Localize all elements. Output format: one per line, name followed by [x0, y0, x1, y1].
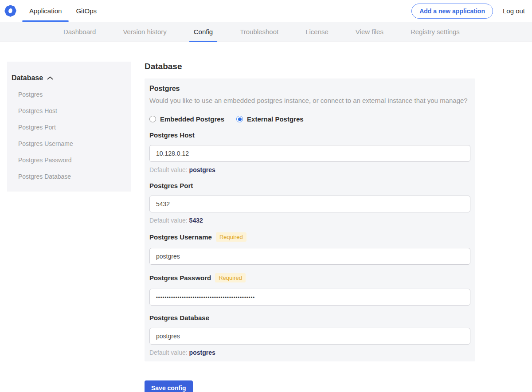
default-value-prefix: Default value:	[149, 166, 188, 173]
top-nav-tabs: Application GitOps	[22, 0, 104, 22]
default-value-line: Default value:postgres	[149, 166, 470, 173]
postgres-database-input[interactable]	[149, 328, 470, 345]
radio-external-postgres[interactable]: External Postgres	[236, 115, 304, 123]
field-label-text: Postgres Host	[149, 131, 195, 139]
tab-application[interactable]: Application	[22, 0, 69, 22]
radio-external-postgres-label: External Postgres	[247, 115, 304, 123]
config-main: Database Postgres Would you like to use …	[145, 62, 475, 392]
tab-gitops[interactable]: GitOps	[69, 0, 104, 22]
add-application-button[interactable]: Add a new application	[411, 4, 493, 19]
field-label: Postgres Password Required	[149, 273, 470, 282]
field-postgres-database: Postgres Database Default value:postgres	[149, 314, 470, 356]
admin-console-page: Application GitOps Add a new application…	[0, 0, 532, 392]
field-postgres-port: Postgres Port Default value:5432	[149, 182, 470, 224]
postgres-username-input[interactable]	[149, 248, 470, 265]
radio-unchecked-icon	[149, 116, 156, 122]
default-value-text: postgres	[189, 166, 215, 173]
sidebar-item-postgres-database[interactable]: Postgres Database	[12, 173, 124, 180]
subnav-tab-troubleshoot[interactable]: Troubleshoot	[235, 22, 283, 42]
default-value-text: 5432	[189, 217, 203, 224]
field-postgres-password: Postgres Password Required	[149, 273, 470, 306]
logout-link[interactable]: Log out	[503, 7, 525, 15]
radio-embedded-postgres-label: Embedded Postgres	[160, 115, 224, 123]
postgres-password-input[interactable]	[149, 289, 470, 306]
app-logo-icon	[4, 5, 16, 17]
field-label-text: Postgres Database	[149, 314, 209, 321]
postgres-mode-radio-group: Embedded Postgres External Postgres	[149, 115, 470, 123]
sidebar-group-database[interactable]: Database	[12, 74, 124, 82]
top-nav-right: Add a new application Log out	[411, 4, 532, 19]
subnav-tab-registry-settings[interactable]: Registry settings	[406, 22, 464, 42]
save-config-button[interactable]: Save config	[145, 380, 193, 392]
subnav-tab-version-history[interactable]: Version history	[118, 22, 171, 42]
default-value-prefix: Default value:	[149, 217, 188, 224]
postgres-port-input[interactable]	[149, 196, 470, 212]
default-value-text: postgres	[189, 349, 215, 356]
sidebar-item-postgres-username[interactable]: Postgres Username	[12, 140, 124, 147]
sidebar-group-label: Database	[12, 74, 43, 82]
field-label: Postgres Username Required	[149, 232, 470, 242]
sidebar-item-postgres-port[interactable]: Postgres Port	[12, 124, 124, 131]
top-nav: Application GitOps Add a new application…	[0, 0, 532, 22]
sidebar-item-postgres[interactable]: Postgres	[12, 91, 124, 98]
subnav-tab-view-files[interactable]: View files	[351, 22, 388, 42]
field-postgres-host: Postgres Host Default value:postgres	[149, 131, 470, 173]
subnav-tab-license[interactable]: License	[301, 22, 333, 42]
sidebar-item-postgres-password[interactable]: Postgres Password	[12, 157, 124, 164]
required-badge: Required	[215, 273, 246, 282]
field-postgres-username: Postgres Username Required	[149, 232, 470, 265]
chevron-up-icon	[47, 76, 53, 80]
required-badge: Required	[216, 232, 246, 242]
radio-embedded-postgres[interactable]: Embedded Postgres	[149, 115, 224, 123]
content-area: Database Postgres Postgres Host Postgres…	[0, 42, 532, 392]
field-label: Postgres Host	[149, 131, 470, 139]
sidebar-item-postgres-host[interactable]: Postgres Host	[12, 107, 124, 114]
config-group-description: Would you like to use an embedded postgr…	[149, 97, 470, 104]
page-title: Database	[145, 62, 475, 71]
field-label-text: Postgres Port	[149, 182, 193, 189]
field-label: Postgres Port	[149, 182, 470, 189]
default-value-line: Default value:5432	[149, 217, 470, 224]
default-value-prefix: Default value:	[149, 349, 188, 356]
default-value-line: Default value:postgres	[149, 349, 470, 356]
app-sub-nav: Dashboard Version history Config Trouble…	[0, 22, 532, 42]
subnav-tab-dashboard[interactable]: Dashboard	[59, 22, 100, 42]
config-sidebar: Database Postgres Postgres Host Postgres…	[7, 62, 131, 192]
config-group-title: Postgres	[149, 85, 470, 93]
field-label-text: Postgres Password	[149, 274, 211, 282]
sidebar-item-list: Postgres Postgres Host Postgres Port Pos…	[12, 91, 124, 180]
postgres-host-input[interactable]	[149, 145, 470, 162]
config-group-card: Postgres Would you like to use an embedd…	[145, 78, 475, 361]
subnav-tab-config[interactable]: Config	[189, 22, 217, 42]
field-label: Postgres Database	[149, 314, 470, 321]
radio-checked-icon	[236, 116, 243, 122]
field-label-text: Postgres Username	[149, 233, 212, 241]
